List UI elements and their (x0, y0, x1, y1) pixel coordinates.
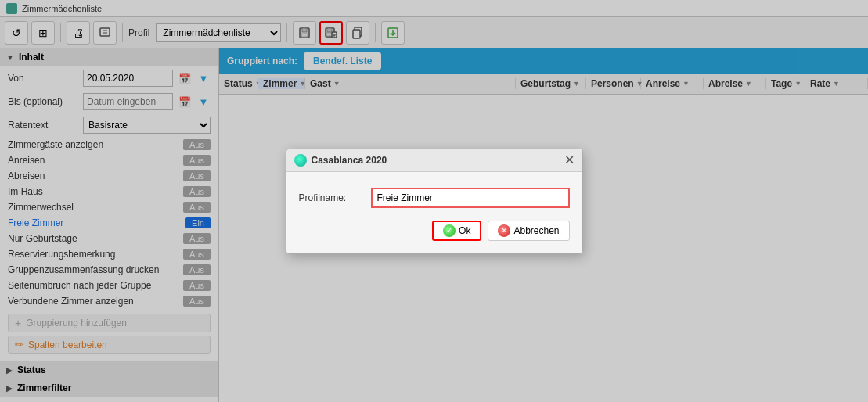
cancel-label: Abbrechen (513, 225, 559, 236)
profilname-label: Profilname: (299, 192, 362, 203)
modal-title-bar: Casablanca 2020 ✕ (286, 149, 582, 172)
ok-button[interactable]: ✓ Ok (432, 221, 481, 241)
ok-label: Ok (459, 225, 470, 236)
modal-overlay: Casablanca 2020 ✕ Profilname: ✓ Ok ✕ Abb… (0, 0, 868, 402)
profilname-input[interactable] (371, 188, 570, 208)
modal-dialog: Casablanca 2020 ✕ Profilname: ✓ Ok ✕ Abb… (286, 149, 583, 254)
modal-close-button[interactable]: ✕ (564, 154, 574, 167)
modal-buttons: ✓ Ok ✕ Abbrechen (299, 221, 570, 241)
modal-body: Profilname: ✓ Ok ✕ Abbrechen (286, 172, 582, 253)
modal-title-content: Casablanca 2020 (294, 154, 387, 167)
ok-icon: ✓ (443, 224, 456, 237)
modal-title-text: Casablanca 2020 (312, 155, 387, 166)
modal-field-row: Profilname: (299, 188, 570, 208)
cancel-icon: ✕ (498, 224, 510, 237)
cancel-button[interactable]: ✕ Abbrechen (488, 221, 569, 241)
modal-app-icon (294, 154, 307, 167)
